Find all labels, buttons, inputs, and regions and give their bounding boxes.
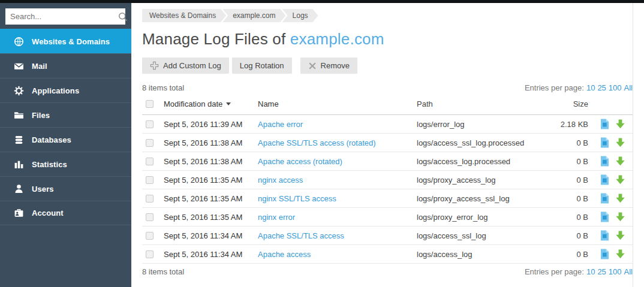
page-size-25[interactable]: 25 — [597, 267, 606, 276]
row-checkbox[interactable] — [146, 195, 154, 203]
page-title-domain-link[interactable]: example.com — [290, 30, 384, 48]
path-cell: logs/access_ssl_log — [417, 231, 558, 240]
log-name-link[interactable]: Apache access (rotated) — [258, 157, 342, 166]
row-checkbox[interactable] — [146, 232, 154, 240]
log-name-link[interactable]: nginx access — [258, 176, 303, 185]
sidebar-item-label: Files — [32, 111, 50, 120]
sidebar-item-websites-domains[interactable]: Websites & Domains — [0, 29, 131, 53]
log-name-link[interactable]: Apache SSL/TLS access — [258, 231, 344, 240]
sidebar-item-label: Users — [32, 185, 54, 194]
plus-icon — [150, 61, 159, 70]
view-log-file-icon[interactable] — [600, 230, 609, 241]
log-rotation-button[interactable]: Log Rotation — [232, 58, 292, 74]
breadcrumb-domain[interactable]: example.com — [222, 9, 285, 22]
sidebar-item-label: Statistics — [32, 160, 67, 169]
log-rotation-label: Log Rotation — [240, 61, 284, 70]
modification-date-cell: Sept 5, 2016 11:38 AM — [164, 157, 258, 166]
sidebar-item-files[interactable]: Files — [0, 102, 131, 127]
path-cell: logs/access_log.processed — [417, 157, 558, 166]
modification-date-cell: Sept 5, 2016 11:38 AM — [164, 138, 258, 147]
view-log-file-icon[interactable] — [600, 174, 609, 185]
column-header-size[interactable]: Size — [558, 99, 597, 108]
breadcrumb: Websites & Domains example.com Logs — [142, 9, 633, 22]
entries-per-page-label: Entries per page: — [525, 267, 584, 276]
sidebar-item-applications[interactable]: Applications — [0, 78, 131, 102]
view-log-file-icon[interactable] — [600, 212, 609, 222]
remove-label: Remove — [321, 61, 350, 70]
view-log-file-icon[interactable] — [600, 119, 609, 129]
download-log-icon[interactable] — [615, 194, 625, 203]
download-log-icon[interactable] — [615, 175, 625, 185]
table-row: Sept 5, 2016 11:35 AM nginx error logs/p… — [142, 208, 633, 226]
view-log-file-icon[interactable] — [600, 193, 609, 204]
page-title: Manage Log Files of example.com — [142, 30, 633, 49]
gear-icon — [14, 86, 24, 96]
log-name-link[interactable]: Apache SSL/TLS access (rotated) — [258, 138, 376, 147]
view-log-file-icon[interactable] — [600, 156, 609, 167]
size-cell: 0 B — [558, 213, 597, 222]
row-checkbox[interactable] — [146, 250, 154, 258]
sidebar-item-label: Databases — [32, 135, 71, 144]
entries-per-page-bottom: Entries per page:1025100All — [525, 267, 633, 276]
remove-button[interactable]: Remove — [300, 58, 357, 74]
sidebar-menu: Websites & Domains Mail Applications Fil… — [0, 29, 131, 225]
search-input[interactable] — [10, 12, 116, 21]
page-size-10[interactable]: 10 — [586, 267, 595, 276]
page-size-25[interactable]: 25 — [597, 83, 606, 92]
path-cell: logs/proxy_access_log — [417, 176, 558, 185]
table-row: Sept 5, 2016 11:35 AM nginx access logs/… — [142, 171, 633, 189]
download-log-icon[interactable] — [615, 231, 625, 240]
log-name-link[interactable]: Apache access — [258, 250, 311, 259]
sidebar-item-users[interactable]: Users — [0, 176, 131, 201]
column-header-name[interactable]: Name — [258, 99, 417, 108]
log-name-link[interactable]: nginx error — [258, 213, 295, 222]
download-log-icon[interactable] — [615, 138, 625, 147]
log-name-link[interactable]: nginx SSL/TLS access — [258, 194, 336, 203]
toolbar: Add Custom Log Log Rotation Remove — [142, 58, 633, 74]
main-content: Websites & Domains example.com Logs Mana… — [131, 3, 633, 287]
download-log-icon[interactable] — [615, 156, 625, 166]
table-row: Sept 5, 2016 11:35 AM nginx SSL/TLS acce… — [142, 189, 633, 208]
sidebar-item-account[interactable]: Account — [0, 201, 131, 225]
modification-date-cell: Sept 5, 2016 11:34 AM — [164, 250, 258, 259]
sidebar-item-label: Websites & Domains — [32, 37, 110, 46]
breadcrumb-websites-domains[interactable]: Websites & Domains — [142, 9, 226, 22]
page-size-all[interactable]: All — [624, 267, 633, 276]
table-header-row: Modification date Name Path Size — [142, 93, 633, 115]
column-header-modification-date[interactable]: Modification date — [164, 99, 258, 108]
user-icon — [14, 184, 24, 194]
log-name-link[interactable]: Apache error — [258, 120, 303, 129]
database-icon — [14, 135, 24, 145]
page-size-100[interactable]: 100 — [609, 267, 622, 276]
path-cell: logs/error_log — [417, 120, 558, 129]
row-checkbox[interactable] — [146, 213, 154, 221]
search-box[interactable] — [5, 8, 125, 25]
download-log-icon[interactable] — [615, 249, 625, 259]
add-custom-log-button[interactable]: Add Custom Log — [142, 58, 229, 74]
modification-date-cell: Sept 5, 2016 11:35 AM — [164, 194, 258, 203]
row-checkbox[interactable] — [146, 158, 154, 165]
view-log-file-icon[interactable] — [600, 249, 609, 259]
search-icon[interactable] — [118, 12, 128, 22]
page-size-100[interactable]: 100 — [609, 83, 622, 92]
column-header-path[interactable]: Path — [417, 99, 558, 108]
row-checkbox[interactable] — [146, 120, 154, 128]
view-log-file-icon[interactable] — [600, 137, 609, 148]
size-cell: 0 B — [558, 194, 597, 203]
modification-date-cell: Sept 5, 2016 11:34 AM — [164, 231, 258, 240]
breadcrumb-logs: Logs — [282, 9, 318, 22]
download-log-icon[interactable] — [615, 119, 625, 129]
items-total-bottom: 8 items total — [142, 267, 184, 276]
sidebar-item-statistics[interactable]: Statistics — [0, 152, 131, 176]
page-title-text: Manage Log Files of — [142, 30, 290, 48]
sidebar-item-databases[interactable]: Databases — [0, 127, 131, 152]
page-size-all[interactable]: All — [624, 83, 633, 92]
page-size-10[interactable]: 10 — [586, 83, 595, 92]
row-checkbox[interactable] — [146, 139, 154, 147]
sidebar-item-label: Mail — [32, 62, 47, 71]
sidebar-item-mail[interactable]: Mail — [0, 53, 131, 78]
download-log-icon[interactable] — [615, 212, 625, 222]
row-checkbox[interactable] — [146, 176, 154, 184]
select-all-checkbox[interactable] — [146, 100, 154, 108]
table-row: Sept 5, 2016 11:38 AM Apache access (rot… — [142, 152, 633, 171]
